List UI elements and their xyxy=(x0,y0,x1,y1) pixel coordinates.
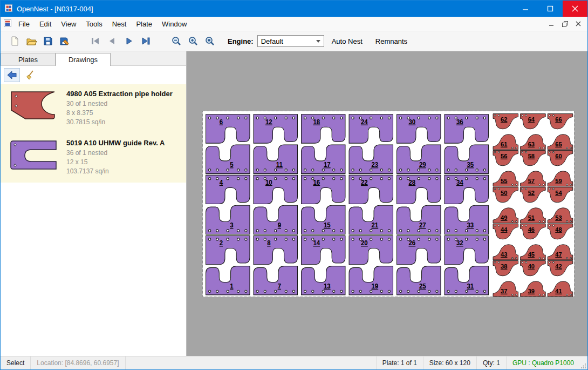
svg-text:6: 6 xyxy=(220,118,223,125)
close-button[interactable] xyxy=(563,1,587,17)
resize-grip[interactable] xyxy=(580,356,587,369)
svg-text:51: 51 xyxy=(528,214,535,221)
mdi-restore-icon[interactable] xyxy=(559,19,571,29)
part-size: 12 x 15 xyxy=(66,158,165,167)
tab-drawings[interactable]: Drawings xyxy=(56,53,111,66)
mdi-minimize-icon[interactable] xyxy=(545,19,557,29)
svg-text:50: 50 xyxy=(501,190,507,196)
svg-text:52: 52 xyxy=(528,190,535,196)
mdi-close-icon[interactable] xyxy=(572,19,584,29)
minimize-button[interactable] xyxy=(513,1,538,17)
menu-tools[interactable]: Tools xyxy=(81,17,107,31)
svg-text:35: 35 xyxy=(467,161,474,169)
menu-window[interactable]: Window xyxy=(157,17,192,31)
svg-text:53: 53 xyxy=(555,214,562,221)
open-file-icon[interactable] xyxy=(23,33,39,49)
svg-text:49: 49 xyxy=(501,214,507,221)
new-file-icon[interactable] xyxy=(6,33,23,49)
svg-text:8: 8 xyxy=(267,239,271,247)
save-as-icon[interactable] xyxy=(56,33,73,49)
svg-text:1: 1 xyxy=(230,282,234,290)
svg-text:40: 40 xyxy=(528,263,535,270)
svg-text:62: 62 xyxy=(501,116,507,123)
svg-text:30: 30 xyxy=(408,118,415,125)
status-location: Location: [84.8696, 60.6957] xyxy=(31,356,125,369)
svg-text:26: 26 xyxy=(408,239,415,247)
svg-text:55: 55 xyxy=(501,178,507,184)
broom-icon[interactable] xyxy=(23,68,39,82)
part-thumbnail-purple xyxy=(7,139,60,176)
svg-text:63: 63 xyxy=(528,141,535,147)
svg-text:19: 19 xyxy=(371,282,378,290)
main-toolbar: Engine: Default Auto Nest Remnants xyxy=(1,31,587,51)
svg-text:20: 20 xyxy=(361,239,368,247)
status-mode: Select xyxy=(1,356,31,369)
status-gpu: GPU : Quadro P1000 xyxy=(506,356,580,369)
engine-label: Engine: xyxy=(228,37,254,45)
app-icon xyxy=(5,4,12,14)
menu-edit[interactable]: Edit xyxy=(35,17,56,31)
svg-text:45: 45 xyxy=(528,251,535,258)
menu-nest[interactable]: Nest xyxy=(107,17,132,31)
part-name: 5019 A10 UHMW guide Rev. A xyxy=(66,139,165,147)
status-size: Size: 60 x 120 xyxy=(423,356,476,369)
auto-nest-button[interactable]: Auto Nest xyxy=(326,34,368,49)
svg-text:31: 31 xyxy=(467,282,474,290)
svg-text:36: 36 xyxy=(456,118,463,125)
list-item[interactable]: 4980 A05 Extraction pipe holder 30 of 1 … xyxy=(1,84,186,133)
menu-file[interactable]: File xyxy=(13,17,35,31)
svg-text:66: 66 xyxy=(555,116,562,123)
svg-text:10: 10 xyxy=(265,179,272,186)
svg-text:5: 5 xyxy=(230,161,234,169)
maximize-button[interactable] xyxy=(538,1,563,17)
svg-text:47: 47 xyxy=(555,251,562,258)
window-title: OpenNest - [N0317-004] xyxy=(17,5,93,13)
svg-text:44: 44 xyxy=(501,226,508,233)
menu-bar: File Edit View Tools Nest Plate Window xyxy=(1,17,587,31)
status-bar: Select Location: [84.8696, 60.6957] Plat… xyxy=(1,356,587,369)
svg-text:39: 39 xyxy=(528,288,535,294)
svg-text:48: 48 xyxy=(555,226,562,233)
status-qty: Qty: 1 xyxy=(476,356,506,369)
list-item[interactable]: 5019 A10 UHMW guide Rev. A 36 of 1 neste… xyxy=(1,133,186,183)
svg-text:21: 21 xyxy=(371,221,378,229)
menu-plate[interactable]: Plate xyxy=(131,17,157,31)
svg-text:57: 57 xyxy=(528,178,535,184)
remnants-button[interactable]: Remnants xyxy=(370,34,413,49)
plate-svg[interactable]: 6512111817242330293635431091615222128273… xyxy=(202,111,575,297)
svg-text:11: 11 xyxy=(276,161,283,169)
svg-text:9: 9 xyxy=(278,221,282,229)
menu-view[interactable]: View xyxy=(56,17,81,31)
svg-text:23: 23 xyxy=(371,161,378,169)
engine-select[interactable]: Default xyxy=(257,35,324,47)
go-next-icon[interactable] xyxy=(120,33,137,49)
svg-text:2: 2 xyxy=(220,239,223,247)
go-last-icon[interactable] xyxy=(137,33,154,49)
go-previous-icon[interactable] xyxy=(104,33,120,49)
status-plate: Plate: 1 of 1 xyxy=(376,356,423,369)
document-icon xyxy=(4,19,11,29)
svg-text:17: 17 xyxy=(324,161,331,169)
svg-text:33: 33 xyxy=(467,221,474,229)
svg-text:14: 14 xyxy=(313,239,320,247)
svg-text:3: 3 xyxy=(230,221,234,229)
zoom-fit-icon[interactable] xyxy=(201,33,218,49)
svg-text:25: 25 xyxy=(419,282,426,290)
go-first-icon[interactable] xyxy=(87,33,104,49)
svg-text:18: 18 xyxy=(313,118,320,125)
tab-plates[interactable]: Plates xyxy=(1,53,56,65)
svg-text:32: 32 xyxy=(456,239,463,247)
part-list: 4980 A05 Extraction pipe holder 30 of 1 … xyxy=(1,84,186,183)
sidebar-tabs: Plates Drawings xyxy=(1,51,186,66)
zoom-in-icon[interactable] xyxy=(184,33,201,49)
svg-text:46: 46 xyxy=(528,226,535,233)
svg-text:28: 28 xyxy=(408,179,415,186)
zoom-out-icon[interactable] xyxy=(168,33,184,49)
svg-text:27: 27 xyxy=(419,221,426,229)
svg-text:61: 61 xyxy=(501,141,507,147)
save-icon[interactable] xyxy=(39,33,56,49)
svg-text:37: 37 xyxy=(501,288,507,294)
return-arrow-icon[interactable] xyxy=(4,68,20,82)
svg-text:34: 34 xyxy=(456,179,463,186)
nest-canvas[interactable]: 6512111817242330293635431091615222128273… xyxy=(187,51,587,356)
